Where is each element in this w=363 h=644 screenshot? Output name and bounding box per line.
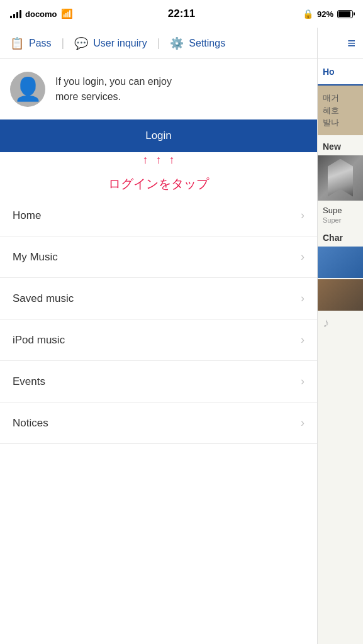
arrow-1: ↑ <box>143 153 148 167</box>
menu-item-ipod-music[interactable]: iPod music › <box>0 319 317 361</box>
wifi-icon: 📶 <box>61 8 73 19</box>
menu-item-home[interactable]: Home › <box>0 195 317 236</box>
signal-bar-3 <box>16 12 18 18</box>
right-tabs: Ho <box>318 59 363 86</box>
chevron-right-icon: › <box>301 250 304 264</box>
menu-item-my-music[interactable]: My Music › <box>0 236 317 278</box>
time-display: 22:11 <box>168 8 195 20</box>
menu-list: Home › My Music › Saved music › iPod mus… <box>0 195 317 644</box>
korean-text-line1: 매거 <box>323 92 358 104</box>
korean-section: 매거 혜호 발나 <box>318 86 363 135</box>
login-annotation: ↑ ↑ ↑ ログインをタップ <box>0 152 317 195</box>
settings-nav-item[interactable]: ⚙️ Settings <box>162 36 233 50</box>
left-panel: 📋 Pass | 💬 User inquiry | ⚙️ Settings 👤 … <box>0 28 318 644</box>
login-label: Login <box>145 130 172 142</box>
menu-item-notices-label: Notices <box>13 417 48 430</box>
artist-sub: Super <box>318 216 363 226</box>
login-button[interactable]: Login <box>0 119 317 152</box>
separator-2: | <box>157 36 160 50</box>
menu-item-events[interactable]: Events › <box>0 361 317 402</box>
chevron-right-icon: › <box>301 333 304 347</box>
chart-thumb-1[interactable] <box>318 247 363 278</box>
carrier-label: docomo <box>25 9 57 19</box>
profile-section: 👤 If you login, you can enjoy more servi… <box>0 59 317 119</box>
pass-nav-item[interactable]: 📋 Pass <box>10 36 59 50</box>
user-inquiry-nav-item[interactable]: 💬 User inquiry <box>67 36 154 50</box>
person-icon: 👤 <box>14 76 42 103</box>
chevron-right-icon: › <box>301 209 304 222</box>
top-nav: 📋 Pass | 💬 User inquiry | ⚙️ Settings <box>0 28 317 59</box>
profile-text-line1: If you login, you can enjoy <box>55 76 172 87</box>
menu-item-ipod-music-label: iPod music <box>13 334 65 347</box>
battery-percent: 92% <box>317 9 333 19</box>
chevron-right-icon: › <box>301 416 304 430</box>
hamburger-icon[interactable]: ≡ <box>347 35 355 52</box>
avatar: 👤 <box>10 72 45 107</box>
menu-item-my-music-label: My Music <box>13 251 58 264</box>
status-bar: docomo 📶 22:11 🔒 92% <box>0 0 363 28</box>
lock-icon: 🔒 <box>303 9 313 19</box>
chart-thumb-2[interactable] <box>318 279 363 311</box>
status-left: docomo 📶 <box>10 8 73 19</box>
menu-item-saved-music[interactable]: Saved music › <box>0 278 317 319</box>
user-inquiry-label: User inquiry <box>93 38 147 49</box>
menu-item-home-label: Home <box>13 209 41 222</box>
user-inquiry-icon: 💬 <box>74 36 88 50</box>
annotation-arrows: ↑ ↑ ↑ <box>0 152 317 170</box>
battery-icon <box>337 10 353 18</box>
annotation-text: ログインをタップ <box>0 170 317 195</box>
profile-description: If you login, you can enjoy more service… <box>55 74 172 104</box>
settings-label: Settings <box>189 38 225 49</box>
korean-text-line2: 혜호 <box>323 104 358 117</box>
pass-icon: 📋 <box>10 36 24 50</box>
new-section-label: New <box>318 135 363 155</box>
arrow-3: ↑ <box>169 153 175 167</box>
music-note-icon: ♪ <box>318 311 363 335</box>
chart-label: Char <box>318 226 363 247</box>
status-right: 🔒 92% <box>303 9 353 19</box>
music-card[interactable] <box>318 155 363 201</box>
signal-bar-1 <box>10 16 12 18</box>
signal-bar-4 <box>20 10 21 18</box>
pass-label: Pass <box>29 38 52 49</box>
chevron-right-icon: › <box>301 292 304 305</box>
signal-bar-2 <box>13 14 15 18</box>
menu-item-notices[interactable]: Notices › <box>0 402 317 444</box>
right-panel: ≡ Ho 매거 혜호 발나 New Supe <box>318 28 363 644</box>
signal-bars-icon <box>10 9 21 18</box>
right-content: 매거 혜호 발나 New Supe Super Char ♪ <box>318 86 363 644</box>
chevron-right-icon: › <box>301 375 304 388</box>
artist-name: Supe <box>318 203 363 216</box>
right-nav: ≡ <box>318 28 363 59</box>
settings-icon: ⚙️ <box>170 36 184 50</box>
tab-home[interactable]: Ho <box>318 59 340 86</box>
album-art <box>328 159 353 197</box>
menu-item-events-label: Events <box>13 375 45 388</box>
menu-item-saved-music-label: Saved music <box>13 292 74 305</box>
arrow-2: ↑ <box>156 153 162 167</box>
korean-text-line3: 발나 <box>323 116 358 129</box>
separator-1: | <box>62 36 65 50</box>
main-layout: 📋 Pass | 💬 User inquiry | ⚙️ Settings 👤 … <box>0 28 363 644</box>
music-card-image <box>318 155 363 201</box>
profile-text-line2: more services. <box>55 91 121 102</box>
tab-home-label: Ho <box>323 67 335 77</box>
